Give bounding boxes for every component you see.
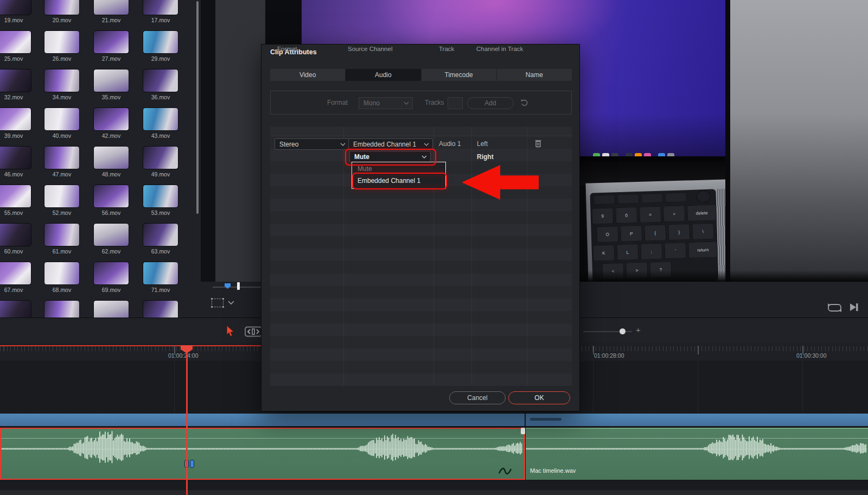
clip-fade-handle[interactable] xyxy=(521,428,525,434)
ruler-major-tick xyxy=(802,346,803,354)
media-clip[interactable]: 19.mov xyxy=(0,0,31,28)
column-divider xyxy=(343,126,344,386)
clip-name: 43.mov xyxy=(143,132,178,139)
ok-button[interactable]: OK xyxy=(508,391,570,404)
skip-to-end-icon[interactable] xyxy=(850,303,859,312)
clip-thumbnail xyxy=(143,262,178,285)
key-': ' xyxy=(664,242,686,259)
media-clip[interactable]: 53.mov xyxy=(143,185,178,220)
clip-thumbnail xyxy=(0,107,31,131)
source-channel-select-1[interactable]: Embedded Channel 1 xyxy=(348,138,433,150)
media-clip[interactable] xyxy=(143,300,178,318)
decor xyxy=(424,143,429,146)
media-clip[interactable]: 46.mov xyxy=(0,146,31,182)
viewer-margin xyxy=(215,0,265,282)
menu-item-mute[interactable]: Mute xyxy=(358,165,372,173)
cancel-button[interactable]: Cancel xyxy=(449,391,506,404)
video-clip-name xyxy=(530,418,561,421)
video-clip-right[interactable] xyxy=(526,414,868,426)
clip-name: 63.mov xyxy=(143,248,178,255)
decor xyxy=(227,326,234,337)
clip-thumbnail xyxy=(44,0,80,15)
media-clip[interactable]: 62.mov xyxy=(93,223,129,259)
clip-name: 60.mov xyxy=(0,248,31,255)
decor xyxy=(404,101,409,105)
media-clip[interactable]: 39.mov xyxy=(0,107,31,143)
jog-slider-handle[interactable] xyxy=(237,282,240,290)
volume-line[interactable] xyxy=(1,438,524,439)
media-clip[interactable]: 35.mov xyxy=(93,69,129,105)
media-clip[interactable]: 52.mov xyxy=(44,185,80,220)
channel-cell-left: Left xyxy=(477,140,488,148)
media-clip[interactable] xyxy=(0,300,31,318)
media-clip[interactable]: 17.mov xyxy=(143,0,178,28)
media-clip[interactable] xyxy=(44,300,80,318)
touchid-key xyxy=(696,191,711,203)
media-clip[interactable]: 32.mov xyxy=(0,69,31,105)
clip-thumbnail xyxy=(143,107,178,131)
dialog-tabs: Video Audio Timecode Name xyxy=(270,69,572,81)
tab-timecode[interactable]: Timecode xyxy=(421,69,496,81)
chevron-down-icon[interactable] xyxy=(228,301,234,305)
tab-name[interactable]: Name xyxy=(496,69,572,81)
timeline-gridline xyxy=(174,361,175,413)
audio-clip-selected[interactable] xyxy=(0,428,525,480)
waveform-centerline xyxy=(526,449,868,449)
media-clip[interactable]: 48.mov xyxy=(93,146,129,182)
media-clip[interactable]: 69.mov xyxy=(93,262,129,297)
clip-thumbnail xyxy=(93,146,129,169)
tab-video[interactable]: Video xyxy=(270,69,345,81)
decor xyxy=(257,329,259,334)
header-source-channel: Source Channel xyxy=(348,46,392,52)
trash-icon[interactable] xyxy=(534,139,542,148)
media-clip[interactable]: 67.mov xyxy=(0,262,31,297)
zoom-in-icon[interactable]: + xyxy=(636,325,641,334)
volume-line[interactable] xyxy=(526,438,868,439)
media-clip[interactable]: 34.mov xyxy=(44,69,80,105)
keyboard-row: OP{}\ xyxy=(596,223,714,243)
media-clip[interactable]: 55.mov xyxy=(0,185,31,220)
reset-icon xyxy=(520,98,528,107)
media-clip[interactable]: 47.mov xyxy=(44,146,80,182)
header-channel-in-track: Channel in Track xyxy=(476,46,523,52)
media-clip[interactable]: 40.mov xyxy=(44,107,80,143)
video-clip-left[interactable] xyxy=(0,414,525,426)
media-clip[interactable]: 49.mov xyxy=(143,146,178,182)
media-clip[interactable]: 42.mov xyxy=(93,107,129,143)
tab-audio[interactable]: Audio xyxy=(345,69,420,81)
media-clip[interactable]: 71.mov xyxy=(143,262,178,297)
add-label: Add xyxy=(484,99,496,107)
decor xyxy=(190,460,194,468)
media-clip[interactable]: 27.mov xyxy=(93,30,129,66)
media-clip[interactable]: 26.mov xyxy=(44,30,80,66)
media-clip[interactable]: 63.mov xyxy=(143,223,178,259)
media-clip[interactable]: 21.mov xyxy=(93,0,129,28)
audio-clip[interactable]: Mac timeline.wav xyxy=(526,428,868,480)
track-cell: Audio 1 xyxy=(439,140,461,148)
clip-thumbnail xyxy=(143,30,178,54)
media-clip[interactable]: 56.mov xyxy=(93,185,129,220)
clip-name: 69.mov xyxy=(93,287,129,293)
timeline-zoom-slider-handle[interactable] xyxy=(620,328,626,334)
transform-tool-icon[interactable] xyxy=(212,299,224,307)
media-clip[interactable]: 61.mov xyxy=(44,223,80,259)
jog-slider-marker[interactable] xyxy=(225,283,231,289)
clip-thumbnail xyxy=(44,146,80,169)
media-clip[interactable]: 29.mov xyxy=(143,30,178,66)
media-clip[interactable]: 25.mov xyxy=(0,30,31,66)
media-clip[interactable] xyxy=(93,300,129,318)
format-select[interactable]: Stereo xyxy=(275,138,349,150)
media-clip[interactable]: 68.mov xyxy=(44,262,80,297)
media-pool-scrollbar[interactable] xyxy=(196,1,199,214)
decor xyxy=(248,329,250,334)
media-clip[interactable]: 20.mov xyxy=(44,0,80,28)
media-clip[interactable]: 43.mov xyxy=(143,107,178,143)
decor xyxy=(499,468,511,474)
decor xyxy=(850,303,856,311)
media-clip[interactable]: 36.mov xyxy=(143,69,178,105)
jog-slider-track[interactable] xyxy=(213,287,267,288)
trim-edit-mode-icon[interactable] xyxy=(244,326,263,337)
media-clip[interactable]: 60.mov xyxy=(0,223,31,259)
key-;: ; xyxy=(640,243,662,260)
loop-icon[interactable] xyxy=(827,303,842,313)
